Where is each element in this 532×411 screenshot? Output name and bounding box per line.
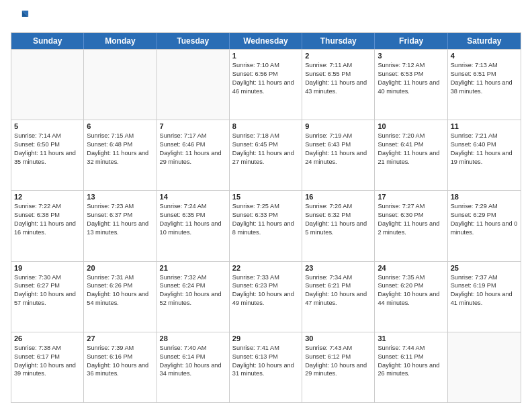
day-number: 5 [14, 122, 81, 130]
day-number: 26 [14, 334, 81, 342]
cal-cell: 6Sunrise: 7:15 AM Sunset: 6:48 PM Daylig… [84, 120, 157, 190]
day-number: 21 [160, 264, 226, 272]
header-day-monday: Monday [84, 33, 157, 49]
cal-cell: 8Sunrise: 7:18 AM Sunset: 6:45 PM Daylig… [230, 120, 302, 190]
day-number: 29 [232, 334, 299, 342]
cell-info: Sunrise: 7:33 AM Sunset: 6:23 PM Dayligh… [232, 273, 299, 308]
day-number: 12 [14, 193, 81, 201]
cal-cell: 30Sunrise: 7:43 AM Sunset: 6:12 PM Dayli… [302, 332, 375, 402]
cal-cell: 23Sunrise: 7:34 AM Sunset: 6:21 PM Dayli… [302, 262, 375, 332]
cal-cell: 26Sunrise: 7:38 AM Sunset: 6:17 PM Dayli… [11, 332, 84, 402]
day-number: 1 [232, 52, 299, 60]
cal-row-1: 5Sunrise: 7:14 AM Sunset: 6:50 PM Daylig… [11, 120, 521, 190]
header-day-tuesday: Tuesday [157, 33, 230, 49]
cell-info: Sunrise: 7:35 AM Sunset: 6:20 PM Dayligh… [378, 273, 444, 308]
cell-info: Sunrise: 7:19 AM Sunset: 6:43 PM Dayligh… [305, 132, 371, 167]
cell-info: Sunrise: 7:18 AM Sunset: 6:45 PM Dayligh… [232, 132, 299, 167]
day-number: 4 [451, 52, 518, 60]
cell-info: Sunrise: 7:41 AM Sunset: 6:13 PM Dayligh… [232, 344, 299, 379]
day-number: 31 [378, 334, 444, 342]
cell-info: Sunrise: 7:21 AM Sunset: 6:40 PM Dayligh… [451, 132, 518, 167]
cal-cell: 10Sunrise: 7:20 AM Sunset: 6:41 PM Dayli… [375, 120, 447, 190]
day-number: 2 [305, 52, 371, 60]
cal-cell: 3Sunrise: 7:12 AM Sunset: 6:53 PM Daylig… [375, 50, 447, 120]
cal-cell: 1Sunrise: 7:10 AM Sunset: 6:56 PM Daylig… [230, 50, 302, 120]
cal-cell: 18Sunrise: 7:29 AM Sunset: 6:29 PM Dayli… [448, 191, 521, 261]
cal-row-2: 12Sunrise: 7:22 AM Sunset: 6:38 PM Dayli… [11, 190, 521, 261]
calendar: SundayMondayTuesdayWednesdayThursdayFrid… [11, 32, 521, 403]
header-day-friday: Friday [375, 33, 447, 49]
header-day-wednesday: Wednesday [230, 33, 302, 49]
day-number: 17 [378, 193, 444, 201]
day-number: 27 [87, 334, 153, 342]
cal-cell: 14Sunrise: 7:24 AM Sunset: 6:35 PM Dayli… [157, 191, 230, 261]
day-number: 13 [87, 193, 153, 201]
day-number: 10 [378, 122, 444, 130]
calendar-header: SundayMondayTuesdayWednesdayThursdayFrid… [11, 33, 521, 49]
day-number: 20 [87, 264, 153, 272]
cal-cell: 25Sunrise: 7:37 AM Sunset: 6:19 PM Dayli… [448, 262, 521, 332]
cal-cell: 17Sunrise: 7:27 AM Sunset: 6:30 PM Dayli… [375, 191, 447, 261]
cell-info: Sunrise: 7:17 AM Sunset: 6:46 PM Dayligh… [160, 132, 226, 167]
cell-info: Sunrise: 7:37 AM Sunset: 6:19 PM Dayligh… [451, 273, 518, 308]
day-number: 6 [87, 122, 153, 130]
day-number: 19 [14, 264, 81, 272]
day-number: 25 [451, 264, 518, 272]
day-number: 11 [451, 122, 518, 130]
cal-cell: 9Sunrise: 7:19 AM Sunset: 6:43 PM Daylig… [302, 120, 375, 190]
cell-info: Sunrise: 7:15 AM Sunset: 6:48 PM Dayligh… [87, 132, 153, 167]
cell-info: Sunrise: 7:10 AM Sunset: 6:56 PM Dayligh… [232, 61, 299, 96]
cal-cell: 21Sunrise: 7:32 AM Sunset: 6:24 PM Dayli… [157, 262, 230, 332]
cell-info: Sunrise: 7:30 AM Sunset: 6:27 PM Dayligh… [14, 273, 81, 308]
day-number: 15 [232, 193, 299, 201]
cal-cell: 7Sunrise: 7:17 AM Sunset: 6:46 PM Daylig… [157, 120, 230, 190]
page: SundayMondayTuesdayWednesdayThursdayFrid… [0, 0, 532, 411]
cell-info: Sunrise: 7:40 AM Sunset: 6:14 PM Dayligh… [160, 344, 226, 379]
cal-cell: 24Sunrise: 7:35 AM Sunset: 6:20 PM Dayli… [375, 262, 447, 332]
cell-info: Sunrise: 7:13 AM Sunset: 6:51 PM Dayligh… [451, 61, 518, 96]
day-number: 22 [232, 264, 299, 272]
cal-cell: 28Sunrise: 7:40 AM Sunset: 6:14 PM Dayli… [157, 332, 230, 402]
cal-cell [448, 332, 521, 402]
cell-info: Sunrise: 7:14 AM Sunset: 6:50 PM Dayligh… [14, 132, 81, 167]
cell-info: Sunrise: 7:22 AM Sunset: 6:38 PM Dayligh… [14, 202, 81, 237]
cal-cell [11, 50, 84, 120]
cal-cell: 2Sunrise: 7:11 AM Sunset: 6:55 PM Daylig… [302, 50, 375, 120]
header-day-thursday: Thursday [302, 33, 375, 49]
cal-cell: 19Sunrise: 7:30 AM Sunset: 6:27 PM Dayli… [11, 262, 84, 332]
cal-cell: 22Sunrise: 7:33 AM Sunset: 6:23 PM Dayli… [230, 262, 302, 332]
cell-info: Sunrise: 7:29 AM Sunset: 6:29 PM Dayligh… [451, 202, 518, 237]
header-day-saturday: Saturday [448, 33, 521, 49]
cell-info: Sunrise: 7:11 AM Sunset: 6:55 PM Dayligh… [305, 61, 371, 96]
logo [11, 8, 32, 27]
day-number: 16 [305, 193, 371, 201]
cal-cell: 12Sunrise: 7:22 AM Sunset: 6:38 PM Dayli… [11, 191, 84, 261]
day-number: 23 [305, 264, 371, 272]
cal-cell: 27Sunrise: 7:39 AM Sunset: 6:16 PM Dayli… [84, 332, 157, 402]
cell-info: Sunrise: 7:25 AM Sunset: 6:33 PM Dayligh… [232, 202, 299, 237]
cell-info: Sunrise: 7:27 AM Sunset: 6:30 PM Dayligh… [378, 202, 444, 237]
cal-cell: 20Sunrise: 7:31 AM Sunset: 6:26 PM Dayli… [84, 262, 157, 332]
header-day-sunday: Sunday [11, 33, 84, 49]
cal-row-0: 1Sunrise: 7:10 AM Sunset: 6:56 PM Daylig… [11, 49, 521, 120]
cell-info: Sunrise: 7:26 AM Sunset: 6:32 PM Dayligh… [305, 202, 371, 237]
calendar-body: 1Sunrise: 7:10 AM Sunset: 6:56 PM Daylig… [11, 49, 521, 402]
day-number: 28 [160, 334, 226, 342]
cal-cell: 5Sunrise: 7:14 AM Sunset: 6:50 PM Daylig… [11, 120, 84, 190]
cal-row-4: 26Sunrise: 7:38 AM Sunset: 6:17 PM Dayli… [11, 332, 521, 402]
cell-info: Sunrise: 7:12 AM Sunset: 6:53 PM Dayligh… [378, 61, 444, 96]
cal-row-3: 19Sunrise: 7:30 AM Sunset: 6:27 PM Dayli… [11, 261, 521, 332]
cell-info: Sunrise: 7:24 AM Sunset: 6:35 PM Dayligh… [160, 202, 226, 237]
cell-info: Sunrise: 7:23 AM Sunset: 6:37 PM Dayligh… [87, 202, 153, 237]
cal-cell: 29Sunrise: 7:41 AM Sunset: 6:13 PM Dayli… [230, 332, 302, 402]
cell-info: Sunrise: 7:44 AM Sunset: 6:11 PM Dayligh… [378, 344, 444, 379]
cell-info: Sunrise: 7:32 AM Sunset: 6:24 PM Dayligh… [160, 273, 226, 308]
day-number: 3 [378, 52, 444, 60]
cal-cell: 16Sunrise: 7:26 AM Sunset: 6:32 PM Dayli… [302, 191, 375, 261]
cal-cell [84, 50, 157, 120]
day-number: 14 [160, 193, 226, 201]
cal-cell: 4Sunrise: 7:13 AM Sunset: 6:51 PM Daylig… [448, 50, 521, 120]
header [11, 8, 521, 27]
cell-info: Sunrise: 7:20 AM Sunset: 6:41 PM Dayligh… [378, 132, 444, 167]
day-number: 8 [232, 122, 299, 130]
